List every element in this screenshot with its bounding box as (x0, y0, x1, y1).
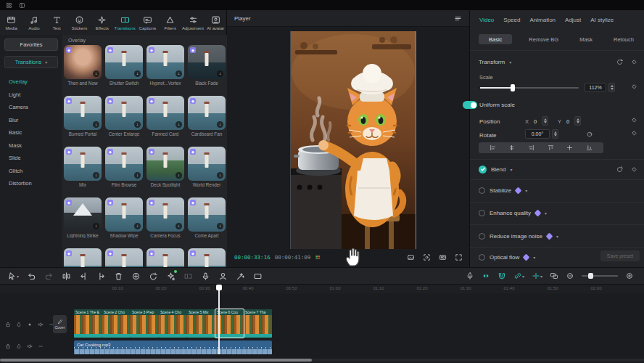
position-x-stepper[interactable] (542, 116, 548, 126)
blend-section[interactable]: Blend▾ (479, 164, 638, 174)
sidebar-item-basic[interactable]: Basic (0, 126, 62, 139)
checkbox-circle[interactable] (479, 233, 485, 240)
transition-thumbnail[interactable]: ◆↓ (188, 197, 226, 232)
gallery-item[interactable]: ◆ (188, 248, 226, 267)
zoom-out-icon[interactable] (566, 272, 574, 280)
gallery-item[interactable]: ◆↓Cardboard Fan (188, 96, 226, 136)
tab-audio[interactable]: Audio (22, 15, 45, 30)
trim-left-icon[interactable] (79, 272, 88, 281)
solo-dot-icon[interactable] (27, 322, 33, 327)
transition-thumbnail[interactable]: ◆↓ (64, 147, 102, 181)
reset-icon[interactable] (616, 58, 624, 66)
sidebar-item-glitch[interactable]: Glitch (0, 165, 62, 178)
tab-animation[interactable]: Animation (529, 17, 556, 23)
timeline-clip[interactable]: Scene 1 The E (74, 309, 102, 338)
gallery-item[interactable]: ◆↓Shutter Switch (105, 45, 143, 86)
delete-icon[interactable] (114, 272, 123, 281)
gallery-item[interactable]: ◆↓Film Browse (105, 147, 143, 187)
sidebar-item-distortion[interactable]: Distortion (0, 177, 62, 190)
rotate-value-field[interactable]: 0.00° (525, 129, 550, 139)
checkbox-circle[interactable] (479, 210, 485, 216)
apps-icon[interactable] (6, 2, 12, 9)
uniform-scale-toggle[interactable] (463, 101, 477, 109)
gallery-item[interactable]: ◆↓Center Enlarge (105, 96, 143, 136)
trim-right-icon[interactable] (96, 272, 106, 281)
transition-thumbnail[interactable]: ◆↓ (105, 45, 143, 79)
align-right-icon[interactable] (528, 144, 534, 151)
subtab-basic[interactable]: Basic (479, 34, 512, 44)
align-top-icon[interactable] (548, 144, 554, 151)
split-icon[interactable] (62, 272, 71, 281)
align-left-icon[interactable] (490, 144, 496, 151)
zoom-slider-handle[interactable] (588, 273, 593, 279)
subtab-remove-bg[interactable]: Remove BG (524, 34, 563, 44)
transition-thumbnail[interactable]: ◆↓ (64, 45, 102, 79)
mic-icon[interactable] (466, 272, 474, 280)
tab-media[interactable]: Media (0, 15, 22, 30)
timeline-clip[interactable]: Scene 5 Mix (187, 309, 215, 338)
tab-speed[interactable]: Speed (503, 17, 520, 23)
checkbox-circle[interactable] (479, 254, 485, 261)
lock-icon[interactable] (5, 322, 11, 327)
timeline-clip[interactable]: Scene 4 Cho (159, 309, 187, 338)
ratio-icon[interactable] (407, 253, 415, 261)
undo-icon[interactable] (27, 272, 36, 281)
timeline-clip[interactable]: Scene 2 Cho (102, 309, 131, 338)
transition-thumbnail[interactable]: ◆↓ (188, 45, 226, 79)
gallery-item[interactable]: ◆↓Burned Portal (64, 96, 102, 136)
sidebar-item-slide[interactable]: Slide (0, 152, 62, 165)
collection-dropdown[interactable]: Transitions▾ (4, 56, 58, 68)
split-preview-icon[interactable] (482, 272, 490, 280)
align-bottom-icon[interactable] (586, 144, 593, 151)
snap-toggle-icon[interactable]: ▾ (532, 272, 542, 280)
freeze-icon[interactable] (131, 272, 141, 281)
transition-thumbnail[interactable]: ◆↓ (146, 96, 184, 130)
droplet-icon[interactable] (16, 343, 22, 349)
blend-checkbox[interactable] (479, 166, 487, 174)
scale-stepper[interactable] (608, 83, 615, 92)
reset-icon[interactable] (616, 166, 624, 174)
select-tool-icon[interactable]: ▾ (7, 272, 19, 281)
transition-thumbnail[interactable]: ◆↓ (188, 96, 226, 130)
display-settings-icon[interactable] (454, 15, 462, 23)
timeline-ruler[interactable]: 00:1000:2000:3000:4000:5001:0001:1001:20… (0, 285, 644, 293)
gallery-item[interactable]: ◆ (64, 248, 102, 267)
transform-header[interactable]: Transform▾ (479, 57, 638, 67)
position-keyframe-icon[interactable] (630, 116, 638, 124)
layout-icon[interactable] (19, 2, 25, 9)
video-preview[interactable] (290, 31, 416, 249)
gallery-item[interactable]: ◆↓World Render (188, 147, 226, 187)
checkbox-circle[interactable] (479, 187, 485, 194)
transition-thumbnail[interactable]: ◆↓ (105, 96, 143, 130)
tab-video[interactable]: Video (479, 17, 494, 23)
rotate-dial-icon[interactable] (586, 131, 593, 138)
section-stabilize[interactable]: Stabilize▾ (479, 185, 638, 195)
keyframe-icon[interactable] (630, 58, 638, 66)
tab-ai-avatar[interactable]: AI avatar (205, 15, 227, 30)
gallery-item[interactable]: ◆↓Fanned Card (146, 96, 184, 136)
tab-effects[interactable]: Effects (91, 15, 113, 30)
subtab-mask[interactable]: Mask (575, 34, 597, 44)
save-preset-button[interactable]: Save preset (600, 250, 640, 261)
ai-effects-icon[interactable] (166, 272, 176, 281)
tab-transitions[interactable]: Transitions (113, 15, 136, 30)
transition-thumbnail[interactable]: ◆↓ (64, 96, 102, 130)
keyframe-icon[interactable] (630, 166, 638, 174)
gallery-item[interactable]: ◆ (105, 248, 143, 267)
collapse-icon[interactable] (38, 343, 44, 349)
favorites-button[interactable]: Favorites (4, 38, 58, 51)
character-icon[interactable] (218, 272, 228, 281)
scan-focus-icon[interactable] (423, 253, 431, 261)
tab-adjustment[interactable]: Adjustment (181, 15, 204, 30)
tab-filters[interactable]: Filters (159, 15, 181, 30)
transition-thumbnail[interactable]: ◆ (188, 248, 226, 267)
link-toggle-icon[interactable]: ▾ (513, 272, 524, 280)
gallery-item[interactable]: ◆↓Deck Spotlight (146, 147, 184, 187)
mute-icon[interactable] (27, 343, 33, 349)
sidebar-item-camera[interactable]: Camera (0, 101, 62, 114)
timeline-clip[interactable]: Scene 7 Tha (244, 309, 272, 338)
gallery-item[interactable]: ◆↓Lightning Strike (64, 197, 102, 238)
magnet-icon[interactable] (498, 272, 506, 280)
gallery-item[interactable]: ◆↓Hypnot...Vortex (146, 45, 184, 86)
quality-icon[interactable] (439, 253, 447, 261)
